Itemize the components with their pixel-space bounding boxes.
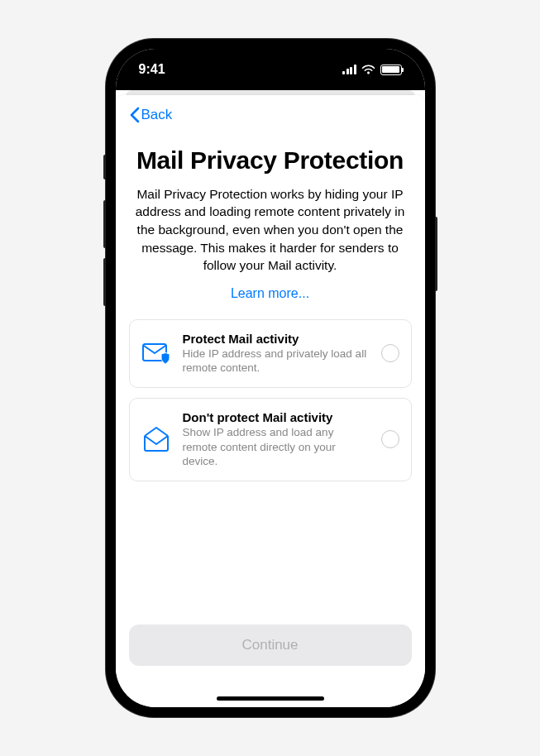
back-button[interactable]: Back: [129, 107, 412, 123]
option-title: Protect Mail activity: [183, 332, 370, 346]
phone-power-button: [435, 217, 437, 291]
phone-frame: 9:41: [106, 39, 435, 717]
radio-unselected[interactable]: [381, 430, 399, 448]
page-title: Mail Privacy Protection: [129, 146, 412, 175]
dynamic-island: [225, 50, 316, 77]
phone-volume-up: [103, 200, 106, 248]
option-protect[interactable]: Protect Mail activity Hide IP address an…: [129, 319, 412, 388]
envelope-shield-icon: [141, 341, 171, 366]
phone-silent-switch: [103, 155, 106, 179]
learn-more-link[interactable]: Learn more...: [129, 286, 412, 301]
options-list: Protect Mail activity Hide IP address an…: [129, 319, 412, 481]
option-dont-protect[interactable]: Don't protect Mail activity Show IP addr…: [129, 398, 412, 481]
page-description: Mail Privacy Protection works by hiding …: [129, 185, 412, 275]
content-sheet: Back Mail Privacy Protection Mail Privac…: [116, 95, 425, 707]
chevron-left-icon: [129, 107, 140, 123]
continue-button[interactable]: Continue: [129, 624, 412, 666]
option-text: Protect Mail activity Hide IP address an…: [183, 332, 370, 376]
option-subtitle: Hide IP address and privately load all r…: [183, 347, 370, 376]
wifi-icon: [361, 65, 375, 74]
home-indicator[interactable]: [217, 696, 324, 701]
screen: 9:41: [116, 49, 425, 707]
status-time: 9:41: [139, 62, 165, 77]
envelope-open-icon: [141, 426, 171, 452]
option-title: Don't protect Mail activity: [183, 410, 370, 424]
battery-icon: [380, 65, 402, 75]
phone-volume-down: [103, 258, 106, 306]
status-icons: [342, 65, 402, 75]
radio-unselected[interactable]: [381, 344, 399, 362]
option-text: Don't protect Mail activity Show IP addr…: [183, 410, 370, 469]
option-subtitle: Show IP address and load any remote cont…: [183, 425, 370, 469]
back-label: Back: [141, 107, 173, 123]
cellular-signal-icon: [342, 65, 356, 74]
